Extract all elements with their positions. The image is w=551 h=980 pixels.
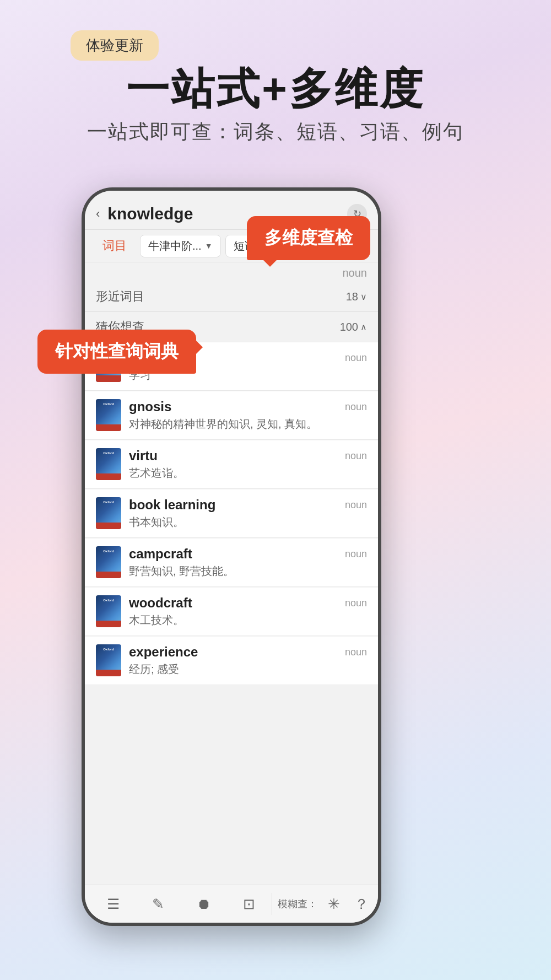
dict-icon bbox=[96, 644, 121, 676]
word-type: noun bbox=[345, 548, 367, 560]
word-info: virtu艺术造诣。 bbox=[129, 448, 345, 481]
word-type: noun bbox=[345, 647, 367, 658]
dict-icon bbox=[96, 595, 121, 627]
bottom-toolbar: ☰ ✎ ⏺ ⊡ 模糊查： ✳ ？ bbox=[85, 885, 378, 923]
guess-section-count: 100 ∧ bbox=[340, 321, 367, 333]
similar-section-count: 18 ∨ bbox=[346, 290, 367, 303]
dict-icon bbox=[96, 448, 121, 480]
word-type: noun bbox=[345, 597, 367, 609]
noun-badge: noun bbox=[343, 267, 368, 279]
word-type: noun bbox=[345, 450, 367, 462]
tab-dict[interactable]: 词目 bbox=[94, 234, 136, 257]
phone-screen: ‹ knowledge ↻ 词目 牛津中阶... ▼ 短语/习... 例句 no… bbox=[85, 191, 378, 923]
word-info: book learning书本知识。 bbox=[129, 497, 345, 530]
fuzzy-label: 模糊查： bbox=[278, 897, 317, 911]
callout-targeted-search: 针对性查询词典 bbox=[37, 330, 196, 374]
word-info: campcraft野营知识, 野营技能。 bbox=[129, 546, 345, 579]
list-item[interactable]: virtu艺术造诣。noun bbox=[85, 440, 378, 489]
camera-icon[interactable]: ⊡ bbox=[238, 893, 260, 915]
word-list: learning学习noungnosis对神秘的精神世界的知识, 灵知, 真知。… bbox=[85, 342, 378, 685]
word-english: virtu bbox=[129, 448, 345, 464]
dropdown-arrow-icon: ▼ bbox=[205, 241, 213, 250]
toolbar-right: 模糊查： ✳ ？ bbox=[272, 893, 372, 915]
oxford-label: 牛津中阶... bbox=[148, 239, 202, 254]
word-english: woodcraft bbox=[129, 595, 345, 611]
noun-indicator-row: noun bbox=[85, 262, 378, 282]
menu-icon[interactable]: ☰ bbox=[102, 893, 124, 915]
list-item[interactable]: experience经历; 感受noun bbox=[85, 637, 378, 685]
similar-words-section[interactable]: 形近词目 18 ∨ bbox=[85, 282, 378, 312]
back-button[interactable]: ‹ bbox=[96, 207, 100, 221]
star-icon[interactable]: ✳ bbox=[323, 893, 345, 915]
dict-icon bbox=[96, 399, 121, 431]
mic-icon[interactable]: ⏺ bbox=[193, 893, 215, 915]
callout-multidimension: 多维度查检 bbox=[247, 216, 370, 260]
word-chinese: 野营知识, 野营技能。 bbox=[129, 564, 345, 579]
word-english: campcraft bbox=[129, 546, 345, 562]
phone-mockup: ‹ knowledge ↻ 词目 牛津中阶... ▼ 短语/习... 例句 no… bbox=[82, 187, 381, 926]
experience-badge: 体验更新 bbox=[71, 30, 159, 61]
word-chinese: 经历; 感受 bbox=[129, 662, 345, 677]
word-english: gnosis bbox=[129, 399, 345, 414]
word-info: woodcraft木工技术。 bbox=[129, 595, 345, 628]
help-icon[interactable]: ？ bbox=[350, 893, 372, 915]
word-chinese: 木工技术。 bbox=[129, 613, 345, 628]
list-item[interactable]: campcraft野营知识, 野营技能。noun bbox=[85, 539, 378, 587]
word-english: experience bbox=[129, 644, 345, 660]
main-subtitle: 一站式即可查：词条、短语、习语、例句 bbox=[0, 119, 551, 146]
word-type: noun bbox=[345, 352, 367, 364]
list-item[interactable]: book learning书本知识。noun bbox=[85, 489, 378, 538]
similar-section-title: 形近词目 bbox=[96, 288, 144, 305]
word-info: experience经历; 感受 bbox=[129, 644, 345, 677]
main-headline: 一站式+多维度 bbox=[0, 61, 551, 119]
tab-oxford[interactable]: 牛津中阶... ▼ bbox=[140, 235, 221, 257]
dict-icon bbox=[96, 546, 121, 578]
word-type: noun bbox=[345, 499, 367, 511]
list-item[interactable]: woodcraft木工技术。noun bbox=[85, 588, 378, 636]
toolbar-left: ☰ ✎ ⏺ ⊡ bbox=[90, 893, 272, 915]
dict-icon bbox=[96, 497, 121, 529]
list-item[interactable]: gnosis对神秘的精神世界的知识, 灵知, 真知。noun bbox=[85, 391, 378, 440]
edit-icon[interactable]: ✎ bbox=[147, 893, 169, 915]
word-chinese: 艺术造诣。 bbox=[129, 466, 345, 481]
word-chinese: 对神秘的精神世界的知识, 灵知, 真知。 bbox=[129, 417, 345, 432]
word-chinese: 书本知识。 bbox=[129, 515, 345, 530]
word-info: gnosis对神秘的精神世界的知识, 灵知, 真知。 bbox=[129, 399, 345, 432]
word-type: noun bbox=[345, 401, 367, 413]
word-english: book learning bbox=[129, 497, 345, 513]
